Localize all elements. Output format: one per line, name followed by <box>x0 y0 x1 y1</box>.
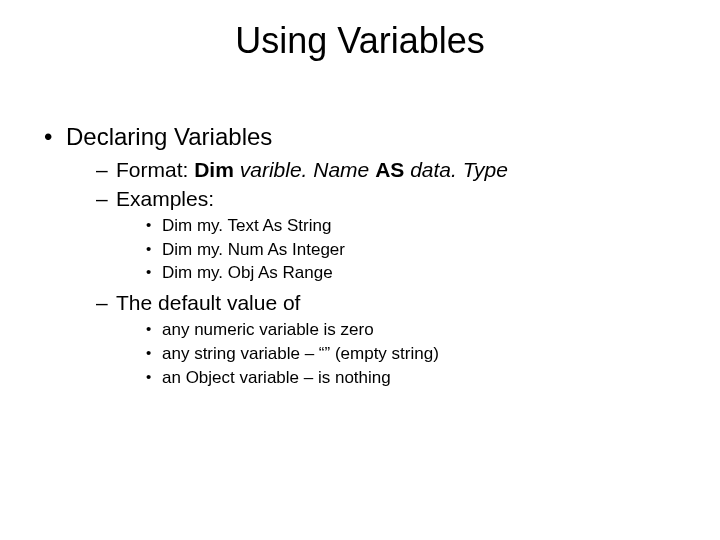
default-label: The default value of <box>116 291 300 314</box>
format-dim: Dim <box>194 158 234 181</box>
bullet-list-level3: any numeric variable is zero any string … <box>116 319 696 390</box>
slide: Using Variables Declaring Variables Form… <box>0 0 720 540</box>
format-as: AS <box>375 158 404 181</box>
list-item: Declaring Variables Format: Dim varible.… <box>44 122 696 390</box>
bullet-list-level3: Dim my. Text As String Dim my. Num As In… <box>116 215 696 286</box>
format-label: Format: <box>116 158 194 181</box>
bullet-list-level2: Format: Dim varible. Name AS data. Type … <box>66 156 696 390</box>
list-item: an Object variable – is nothing <box>146 367 696 390</box>
list-item: Examples: Dim my. Text As String Dim my.… <box>96 185 696 285</box>
bullet-list-level1: Declaring Variables Format: Dim varible.… <box>24 122 696 390</box>
l1-text: Declaring Variables <box>66 123 272 150</box>
list-item: any numeric variable is zero <box>146 319 696 342</box>
slide-title: Using Variables <box>24 20 696 62</box>
format-var: varible. Name <box>240 158 370 181</box>
list-item: Dim my. Obj As Range <box>146 262 696 285</box>
list-item: Format: Dim varible. Name AS data. Type <box>96 156 696 183</box>
list-item: The default value of any numeric variabl… <box>96 289 696 389</box>
list-item: any string variable – “” (empty string) <box>146 343 696 366</box>
list-item: Dim my. Text As String <box>146 215 696 238</box>
examples-label: Examples: <box>116 187 214 210</box>
list-item: Dim my. Num As Integer <box>146 239 696 262</box>
format-type: data. Type <box>410 158 508 181</box>
